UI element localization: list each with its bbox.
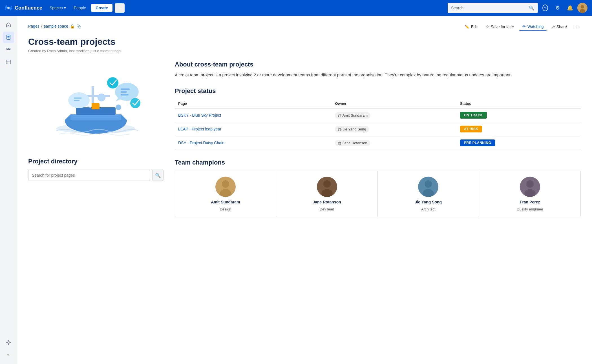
svg-rect-11 bbox=[92, 103, 100, 109]
search-icon: 🔍 bbox=[529, 5, 534, 11]
spaces-label: Spaces bbox=[50, 6, 63, 10]
people-nav[interactable]: People bbox=[71, 4, 89, 12]
about-section: About cross-team projects A cross-team p… bbox=[175, 61, 581, 78]
edit-label: Edit bbox=[471, 25, 478, 29]
sidebar-page-icon[interactable] bbox=[3, 32, 14, 43]
top-nav: Confluence Spaces ▾ People Create ··· 🔍 … bbox=[0, 0, 592, 16]
notifications-button[interactable]: 🔔 bbox=[565, 3, 575, 13]
svg-point-33 bbox=[526, 180, 534, 188]
help-button[interactable]: ? bbox=[540, 3, 550, 13]
project-page-link[interactable]: DSY - Project Daisy Chain bbox=[178, 141, 224, 145]
svg-rect-14 bbox=[121, 91, 127, 93]
create-button[interactable]: Create bbox=[91, 4, 112, 12]
breadcrumb: Pages / sample space 🔒 📎 bbox=[28, 24, 81, 28]
project-status-section: Project status Page Owner Status BSKY - … bbox=[175, 87, 581, 150]
about-body: A cross-team project is a project involv… bbox=[175, 72, 581, 78]
champion-role: Dev lead bbox=[320, 207, 334, 211]
watching-button[interactable]: 👁 Watching bbox=[519, 23, 547, 31]
status-badge: AT RISK bbox=[460, 126, 482, 132]
svg-point-0 bbox=[7, 7, 10, 9]
search-btn-icon: 🔍 bbox=[155, 173, 161, 178]
star-icon: ☆ bbox=[486, 25, 489, 29]
table-row: DSY - Project Daisy Chain @ Jane Rotanso… bbox=[175, 136, 581, 150]
lock-icon[interactable]: 🔒 bbox=[70, 24, 75, 28]
col-status: Status bbox=[457, 99, 581, 108]
logo[interactable]: Confluence bbox=[5, 4, 42, 12]
directory-search-button[interactable]: 🔍 bbox=[152, 170, 164, 181]
svg-point-30 bbox=[425, 180, 432, 188]
champion-avatar bbox=[418, 177, 438, 197]
right-column: About cross-team projects A cross-team p… bbox=[175, 61, 581, 217]
directory-search-input[interactable] bbox=[32, 173, 146, 177]
sidebar-home-icon[interactable] bbox=[3, 19, 14, 30]
eye-icon: 👁 bbox=[522, 24, 526, 29]
edit-button[interactable]: ✏️ Edit bbox=[462, 23, 480, 31]
svg-rect-17 bbox=[74, 97, 82, 99]
svg-point-24 bbox=[222, 180, 229, 188]
champion-avatar bbox=[520, 177, 540, 197]
champion-card: Jane Rotanson Dev lead bbox=[277, 171, 378, 217]
champion-name: Jie Yang Song bbox=[415, 200, 442, 204]
project-status-heading: Project status bbox=[175, 87, 581, 95]
breadcrumb-space[interactable]: sample space bbox=[44, 24, 68, 28]
sidebar-quote-icon[interactable] bbox=[3, 44, 14, 55]
spaces-chevron-icon: ▾ bbox=[64, 6, 66, 10]
table-row: BSKY - Blue Sky Project @ Amit Sundaram … bbox=[175, 108, 581, 122]
bell-icon: 🔔 bbox=[567, 5, 573, 11]
directory-search-wrap bbox=[28, 170, 150, 181]
svg-point-6 bbox=[8, 342, 9, 343]
champion-role: Quality engineer bbox=[516, 207, 543, 211]
search-input[interactable] bbox=[451, 6, 527, 10]
team-champions-heading: Team champions bbox=[175, 159, 581, 166]
champion-card: Amit Sundaram Design bbox=[175, 171, 276, 217]
champion-avatar bbox=[215, 177, 236, 197]
svg-point-20 bbox=[130, 98, 140, 108]
table-row: LEAP - Project leap year @ Jie Yang Song… bbox=[175, 122, 581, 136]
col-owner: Owner bbox=[332, 99, 456, 108]
svg-point-2 bbox=[581, 5, 584, 8]
gear-icon: ⚙ bbox=[555, 5, 560, 11]
share-button[interactable]: ↗ Share bbox=[549, 23, 570, 31]
status-table: Page Owner Status BSKY - Blue Sky Projec… bbox=[175, 99, 581, 150]
settings-button[interactable]: ⚙ bbox=[553, 3, 563, 13]
sidebar: » bbox=[0, 16, 17, 364]
nav-more-button[interactable]: ··· bbox=[115, 3, 125, 13]
about-heading: About cross-team projects bbox=[175, 61, 581, 68]
svg-rect-15 bbox=[121, 94, 129, 96]
owner-tag: @ Jane Rotanson bbox=[335, 140, 370, 146]
directory-heading: Project directory bbox=[28, 158, 164, 165]
watching-label: Watching bbox=[527, 24, 544, 29]
user-avatar[interactable] bbox=[577, 3, 587, 13]
team-champions-section: Team champions Amit Sundaram Design bbox=[175, 159, 581, 217]
people-label: People bbox=[74, 6, 86, 10]
attachment-icon[interactable]: 📎 bbox=[76, 24, 81, 28]
share-label: Share bbox=[556, 25, 567, 29]
project-page-link[interactable]: LEAP - Project leap year bbox=[178, 127, 221, 131]
champions-grid: Amit Sundaram Design Jane Rotanson Dev l… bbox=[175, 171, 581, 217]
svg-point-22 bbox=[116, 105, 121, 110]
project-directory: Project directory 🔍 bbox=[28, 158, 164, 181]
logo-text: Confluence bbox=[15, 5, 42, 11]
champion-avatar bbox=[317, 177, 337, 197]
search-bar: 🔍 bbox=[448, 3, 538, 13]
content-grid: Project directory 🔍 About cross-team pro… bbox=[28, 61, 581, 217]
more-options-button[interactable]: ··· bbox=[572, 23, 581, 31]
sidebar-table-icon[interactable] bbox=[3, 56, 14, 68]
status-badge: ON TRACK bbox=[460, 112, 487, 119]
spaces-nav[interactable]: Spaces ▾ bbox=[47, 4, 69, 12]
page-meta: Created by Rach Admin, last modified jus… bbox=[28, 49, 581, 53]
col-page: Page bbox=[175, 99, 332, 108]
project-page-link[interactable]: BSKY - Blue Sky Project bbox=[178, 113, 221, 117]
save-later-button[interactable]: ☆ Save for later bbox=[483, 23, 517, 31]
directory-search-row: 🔍 bbox=[28, 170, 164, 181]
page-title: Cross-team projects bbox=[28, 37, 581, 47]
left-column: Project directory 🔍 bbox=[28, 61, 164, 217]
sidebar-settings-icon[interactable] bbox=[3, 337, 14, 348]
sidebar-expand-icon[interactable]: » bbox=[3, 349, 14, 361]
svg-rect-18 bbox=[74, 100, 79, 101]
champion-card: Jie Yang Song Architect bbox=[378, 171, 479, 217]
owner-tag: @ Amit Sundaram bbox=[335, 112, 370, 119]
svg-rect-13 bbox=[121, 88, 130, 90]
breadcrumb-pages[interactable]: Pages bbox=[28, 24, 39, 28]
champion-name: Jane Rotanson bbox=[313, 200, 341, 204]
